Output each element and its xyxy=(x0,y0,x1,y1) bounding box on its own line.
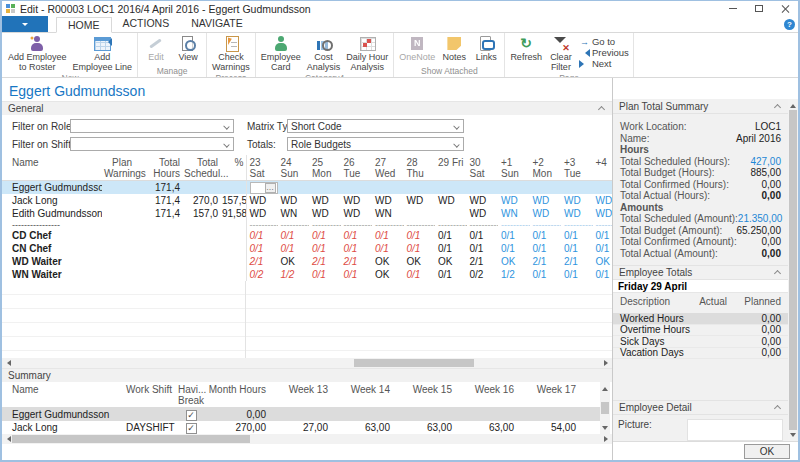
day-cell[interactable]: WD xyxy=(561,194,593,207)
links-button[interactable]: Links xyxy=(470,34,502,63)
total-cell[interactable] xyxy=(134,229,182,242)
day-cell[interactable] xyxy=(530,181,562,195)
day-cell[interactable]: 2/1 xyxy=(561,255,593,268)
day-cell[interactable]: ----------- xyxy=(372,220,404,229)
scroll-right-arrow[interactable] xyxy=(602,434,612,444)
day-cell[interactable]: WD xyxy=(593,207,613,220)
day-cell[interactable]: 0/1 xyxy=(278,242,310,255)
tab-actions[interactable]: ACTIONS xyxy=(112,16,181,32)
total-cell[interactable]: 157,0 xyxy=(182,207,220,220)
minimize-button[interactable] xyxy=(720,1,746,16)
collapse-icon[interactable] xyxy=(773,268,782,277)
name-cell[interactable]: Edith Gudmundsson xyxy=(2,207,102,220)
collapse-icon[interactable] xyxy=(773,403,782,412)
total-cell[interactable] xyxy=(102,194,134,207)
day-cell[interactable]: WD xyxy=(467,207,499,220)
day-cell[interactable]: OK xyxy=(404,255,436,268)
daily-hour-analysis-button[interactable]: Daily Hour Analysis xyxy=(343,34,391,73)
day-cell[interactable]: WD xyxy=(404,194,436,207)
day-cell[interactable]: WN xyxy=(278,207,310,220)
week-hours-cell[interactable] xyxy=(268,408,330,422)
day-cell[interactable]: 0/1 xyxy=(561,242,593,255)
notes-button[interactable]: Notes xyxy=(438,34,470,63)
name-cell[interactable]: Eggert Gudmundsson xyxy=(2,408,124,422)
employee-totals-row[interactable]: Overtime Hours0,00 xyxy=(613,325,788,337)
day-cell[interactable]: ----------- xyxy=(246,220,278,229)
day-cell[interactable]: 2/1 xyxy=(341,255,373,268)
day-cell[interactable]: 0/1 xyxy=(467,242,499,255)
total-cell[interactable] xyxy=(134,255,182,268)
day-cell[interactable]: 0/1 xyxy=(341,229,373,242)
scroll-right-arrow[interactable] xyxy=(602,358,612,368)
total-cell[interactable] xyxy=(220,181,246,195)
check-warnings-button[interactable]: Check Warnings xyxy=(209,34,253,73)
day-cell[interactable]: OK xyxy=(498,255,530,268)
employee-picture[interactable] xyxy=(687,419,783,441)
day-cell[interactable]: 0/1 xyxy=(404,268,436,281)
edit-button[interactable]: Edit xyxy=(140,34,172,63)
day-cell[interactable]: WD xyxy=(498,194,530,207)
day-cell[interactable]: WD xyxy=(530,207,562,220)
day-cell[interactable] xyxy=(341,181,373,195)
total-cell[interactable] xyxy=(102,220,134,229)
day-cell[interactable]: OK xyxy=(435,255,467,268)
scrollbar-thumb[interactable] xyxy=(789,110,797,430)
employee-totals-row[interactable]: Worked Hours0,00 xyxy=(613,313,788,325)
plan-total-summary-header[interactable]: Plan Total Summary xyxy=(613,99,788,114)
day-cell[interactable]: 1/2 xyxy=(498,268,530,281)
assist-edit-button[interactable] xyxy=(265,183,276,193)
day-cell[interactable]: ----------- xyxy=(498,220,530,229)
day-cell[interactable]: 1/2 xyxy=(278,268,310,281)
day-cell[interactable]: OK xyxy=(372,255,404,268)
total-cell[interactable] xyxy=(102,268,134,281)
scroll-left-arrow[interactable] xyxy=(2,434,12,444)
total-cell[interactable] xyxy=(182,255,220,268)
total-cell[interactable]: 171,4 xyxy=(134,194,182,207)
filter-on-shift-dropdown[interactable] xyxy=(70,137,234,151)
checkbox[interactable] xyxy=(186,423,197,434)
total-cell[interactable] xyxy=(134,242,182,255)
employee-totals-row[interactable]: Sick Days0,00 xyxy=(613,336,788,348)
total-cell[interactable]: 270,0 xyxy=(182,194,220,207)
matrix-type-dropdown[interactable]: Short Code xyxy=(287,119,464,133)
name-cell[interactable]: ---------------- xyxy=(2,220,102,229)
scroll-up-arrow[interactable] xyxy=(600,382,610,392)
day-cell[interactable]: WD xyxy=(467,194,499,207)
day-cell[interactable]: 2/1 xyxy=(530,255,562,268)
day-cell[interactable]: OK xyxy=(593,255,613,268)
total-cell[interactable] xyxy=(182,268,220,281)
day-cell[interactable]: ----------- xyxy=(435,220,467,229)
help-icon[interactable]: ? xyxy=(784,19,795,30)
day-cell[interactable]: ----------- xyxy=(593,220,613,229)
day-cell[interactable]: 0/1 xyxy=(246,242,278,255)
employee-detail-header[interactable]: Employee Detail xyxy=(613,400,788,415)
day-cell[interactable]: 0/1 xyxy=(246,229,278,242)
total-cell[interactable] xyxy=(220,268,246,281)
day-cell[interactable]: 0/1 xyxy=(309,242,341,255)
day-cell[interactable] xyxy=(404,181,436,195)
total-cell[interactable] xyxy=(220,255,246,268)
day-cell[interactable]: WD xyxy=(561,207,593,220)
total-cell[interactable]: 157,50 xyxy=(220,194,246,207)
day-cell[interactable]: 0/1 xyxy=(498,229,530,242)
field-value[interactable]: 21.350,00 xyxy=(738,213,783,224)
total-cell[interactable] xyxy=(134,268,182,281)
tab-home[interactable]: HOME xyxy=(56,17,112,33)
total-cell[interactable] xyxy=(182,242,220,255)
day-cell[interactable]: 0/1 xyxy=(530,268,562,281)
next-button[interactable]: Next xyxy=(579,58,629,69)
week-hours-cell[interactable]: 54,00 xyxy=(516,421,578,434)
total-cell[interactable] xyxy=(102,229,134,242)
total-cell[interactable]: 171,4 xyxy=(134,207,182,220)
day-cell[interactable] xyxy=(561,181,593,195)
work-shift-cell[interactable] xyxy=(124,408,176,422)
week-hours-cell[interactable]: 63,00 xyxy=(454,421,516,434)
view-button[interactable]: View xyxy=(172,34,204,63)
go-to-button[interactable]: Go to xyxy=(579,36,629,47)
day-cell[interactable]: 0/1 xyxy=(561,268,593,281)
day-cell[interactable]: ----------- xyxy=(341,220,373,229)
week-hours-cell[interactable]: 63,00 xyxy=(330,421,392,434)
work-shift-cell[interactable]: DAYSHIFT xyxy=(124,421,176,434)
total-cell[interactable] xyxy=(102,242,134,255)
cost-analysis-button[interactable]: Cost Analysis xyxy=(304,34,344,73)
